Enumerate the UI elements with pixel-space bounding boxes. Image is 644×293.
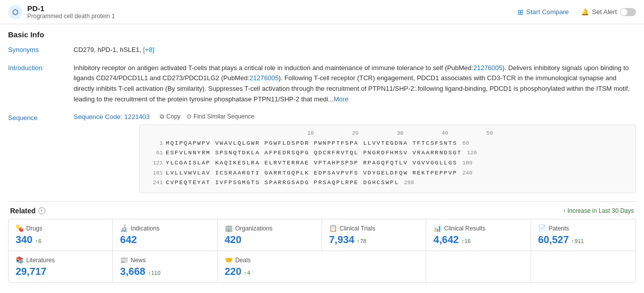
- entity-title: PD-1: [27, 4, 115, 13]
- seq-line-4: 181 LVLLVWVLAV ICSRAARGTI GARRTGQPLK EDP…: [147, 168, 628, 178]
- set-alert-group: 🔔 Set Alert: [581, 8, 636, 16]
- stat-empty-4: [426, 251, 531, 282]
- copy-icon: ⧉: [160, 113, 164, 120]
- deals-label: Deals: [235, 257, 251, 264]
- seq-line-2: 61 ESFVLNNYRM SPSNQTDKLA AFPEDRSQPG QDCR…: [147, 148, 628, 158]
- stat-item-clinical-trials[interactable]: 📋 Clinical Trials 7,934 ↑78: [322, 219, 426, 251]
- clinical-trials-icon: 📋: [329, 224, 337, 232]
- alert-toggle[interactable]: [620, 8, 636, 16]
- drugs-value: 340: [16, 234, 32, 246]
- header-left: ⬡ PD-1 Programmed cell death protein 1: [8, 4, 115, 20]
- synonyms-text: CD279, hPD-1, hSLE1,: [74, 46, 141, 53]
- sequence-label: Sequence: [8, 113, 74, 122]
- trend-label: Increase in Last 30 Days: [567, 207, 634, 214]
- stat-item-organizations[interactable]: 🏢 Organizations 420: [218, 219, 322, 251]
- news-label: News: [131, 257, 146, 264]
- sequence-row: Sequence Sequence Code: 1221403 ⧉ Copy ⊙…: [8, 113, 636, 193]
- related-section: Related i ↑ Increase in Last 30 Days 💊 D…: [8, 201, 636, 283]
- bell-icon: 🔔: [581, 8, 589, 16]
- patents-label: Patents: [549, 225, 569, 232]
- patents-icon: 📄: [538, 224, 546, 232]
- seq-line-3: 121 YLCGAISLAP KAQIKESLRA ELRVTERRAE VPT…: [147, 158, 628, 168]
- sequence-header: Sequence Code: 1221403 ⧉ Copy ⊙ Find Sim…: [74, 113, 636, 121]
- clinical-results-icon: 📊: [433, 224, 441, 232]
- literatures-icon: 📚: [16, 256, 24, 264]
- clinical-trials-value: 7,934: [329, 234, 354, 246]
- drugs-label: Drugs: [26, 225, 42, 232]
- compare-icon: ⊞: [518, 8, 524, 16]
- deals-value: 220: [225, 266, 241, 277]
- introduction-row: Introduction Inhibitory receptor on anti…: [8, 63, 636, 105]
- patents-value: 60,527: [538, 234, 569, 246]
- sequence-ruler: 10 20 30 40 50: [244, 130, 531, 136]
- entity-subtitle: Programmed cell death protein 1: [27, 13, 115, 20]
- introduction-label: Introduction: [8, 63, 74, 72]
- organizations-icon: 🏢: [225, 224, 233, 232]
- sequence-content: Sequence Code: 1221403 ⧉ Copy ⊙ Find Sim…: [74, 113, 636, 193]
- trend-indicator: ↑ Increase in Last 30 Days: [563, 207, 634, 214]
- stat-empty-5: [531, 251, 635, 282]
- seq-line-1: 1 MQIPQAPWPV VWAVLQLGWR PGWFLDSPDR PWNPP…: [147, 138, 628, 148]
- indications-icon: 🔬: [120, 224, 128, 232]
- set-alert-label: Set Alert: [592, 8, 617, 16]
- stat-item-news[interactable]: 📰 News 3,668 ↑110: [113, 251, 217, 282]
- stat-item-clinical-results[interactable]: 📊 Clinical Results 4,642 ↑16: [426, 219, 531, 251]
- copy-label: Copy: [166, 113, 180, 120]
- organizations-value: 420: [225, 234, 241, 246]
- related-title-group: Related i: [10, 207, 45, 215]
- find-similar-label: Find Similar Sequence: [194, 113, 254, 120]
- sequence-actions: ⧉ Copy ⊙ Find Similar Sequence: [160, 113, 254, 120]
- drugs-delta: ↑6: [35, 238, 41, 244]
- synonyms-more-link[interactable]: [+8]: [143, 46, 154, 53]
- start-compare-label: Start Compare: [526, 8, 569, 16]
- pubmed2-link[interactable]: 21276005: [249, 74, 279, 82]
- news-delta: ↑110: [148, 270, 160, 276]
- clinical-results-label: Clinical Results: [444, 225, 485, 232]
- stat-item-deals[interactable]: 🤝 Deals 220 ↑4: [218, 251, 322, 282]
- header-title-group: PD-1 Programmed cell death protein 1: [27, 4, 115, 20]
- news-icon: 📰: [120, 256, 128, 264]
- drugs-icon: 💊: [16, 224, 24, 232]
- toggle-knob: [620, 9, 627, 16]
- literatures-label: Literatures: [26, 257, 55, 264]
- clinical-results-value: 4,642: [433, 234, 459, 246]
- related-header: Related i ↑ Increase in Last 30 Days: [8, 207, 636, 215]
- pubmed1-link[interactable]: 21276005: [473, 64, 502, 72]
- sequence-box: 10 20 30 40 50 1 MQIPQAPWPV VWAVLQLGWR P…: [139, 125, 636, 193]
- copy-button[interactable]: ⧉ Copy: [160, 113, 180, 120]
- introduction-more-link[interactable]: More: [334, 95, 349, 103]
- indications-value: 642: [120, 234, 137, 246]
- search-circle-icon: ⊙: [186, 113, 191, 120]
- news-value: 3,668: [120, 266, 145, 277]
- page-header: ⬡ PD-1 Programmed cell death protein 1 ⊞…: [0, 0, 644, 24]
- clinical-trials-label: Clinical Trials: [340, 225, 375, 232]
- stats-grid: 💊 Drugs 340 ↑6 🔬 Indications 642 🏢 Organ…: [8, 219, 636, 283]
- stat-empty-3: [322, 251, 426, 282]
- trend-up-arrow: ↑: [563, 207, 566, 214]
- main-content: Basic Info Synonyms CD279, hPD-1, hSLE1,…: [0, 24, 644, 289]
- stat-item-literatures[interactable]: 📚 Literatures 29,717: [9, 251, 113, 282]
- introduction-value: Inhibitory receptor on antigen activated…: [74, 63, 636, 105]
- synonyms-label: Synonyms: [8, 45, 74, 53]
- deals-delta: ↑4: [244, 270, 250, 276]
- stat-item-patents[interactable]: 📄 Patents 60,527 ↑911: [531, 219, 635, 251]
- basic-info-title: Basic Info: [8, 30, 636, 39]
- deals-icon: 🤝: [225, 256, 233, 264]
- indications-label: Indications: [131, 225, 159, 232]
- clinical-trials-delta: ↑78: [357, 238, 366, 244]
- find-similar-button[interactable]: ⊙ Find Similar Sequence: [186, 113, 254, 120]
- stat-item-indications[interactable]: 🔬 Indications 642: [113, 219, 217, 251]
- entity-icon: ⬡: [8, 5, 22, 19]
- stat-item-drugs[interactable]: 💊 Drugs 340 ↑6: [9, 219, 113, 251]
- seq-line-5: 241 CVPEQTEYAT IVFPSGMGTS SPARRGSADG PRS…: [147, 178, 628, 188]
- organizations-label: Organizations: [235, 225, 273, 232]
- sequence-code-link[interactable]: Sequence Code: 1221403: [74, 113, 150, 121]
- related-title-text: Related: [10, 207, 36, 215]
- synonyms-value: CD279, hPD-1, hSLE1, [+8]: [74, 45, 636, 55]
- start-compare-button[interactable]: ⊞ Start Compare: [513, 6, 573, 18]
- literatures-value: 29,717: [16, 266, 46, 277]
- patents-delta: ↑911: [571, 238, 584, 244]
- synonyms-row: Synonyms CD279, hPD-1, hSLE1, [+8]: [8, 45, 636, 55]
- clinical-results-delta: ↑16: [461, 238, 471, 244]
- related-info-icon[interactable]: i: [38, 207, 45, 214]
